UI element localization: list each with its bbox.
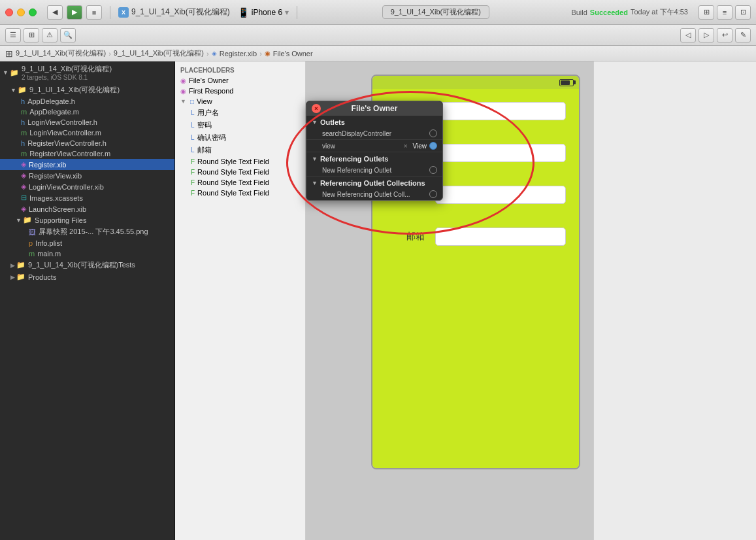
breadcrumb-part2[interactable]: 9_1_UI_14_Xib(可视化编程) <box>114 48 204 58</box>
minimize-button[interactable] <box>17 8 25 16</box>
sidebar-root[interactable]: ▼ 📁 9_1_UI_14_Xib(可视化编程) 2 targets, iOS … <box>0 61 174 84</box>
supporting-label: Supporting Files <box>35 216 87 224</box>
new-ref-outlet-circle[interactable] <box>429 166 437 174</box>
outline-textfield-3[interactable]: F Round Style Text Field <box>175 177 305 188</box>
tf-label-3: Round Style Text Field <box>197 178 269 186</box>
toolbar-btn-2[interactable]: ⊞ <box>24 28 39 42</box>
outline-confirm-password[interactable]: L 确认密码 <box>175 131 305 144</box>
outline-textfield-1[interactable]: F Round Style Text Field <box>175 156 305 167</box>
sidebar-tests[interactable]: ▶ 📁 9_1_UI_14_Xib(可视化编程)Tests <box>0 259 174 271</box>
toolbar-btn-6[interactable]: ▷ <box>698 28 714 42</box>
view-circle[interactable] <box>429 142 437 150</box>
maximize-button[interactable] <box>29 8 37 16</box>
sidebar-item-registerviewxib[interactable]: ◈ RegisterView.xib <box>0 170 174 181</box>
group-label: 9_1_UI_14_Xib(可视化编程) <box>29 85 120 95</box>
ref-collections-arrow: ▼ <box>312 180 318 186</box>
outline-textfield-4[interactable]: F Round Style Text Field <box>175 188 305 198</box>
popup-close-button[interactable]: × <box>312 104 321 113</box>
confirm-input[interactable] <box>435 186 566 204</box>
sidebar-item-launchxib[interactable]: ◈ LaunchScreen.xib <box>0 203 174 214</box>
label-cube-icon-3: L <box>191 134 195 141</box>
confirm-password-label: 确认密码 <box>197 133 226 143</box>
battery-fill <box>561 80 570 85</box>
supporting-folder-icon: 📁 <box>23 216 32 224</box>
sidebar-item-appdelegatem[interactable]: m AppDelegate.m <box>0 107 174 117</box>
toolbar-btn-7[interactable]: ↩ <box>717 28 732 42</box>
sidebar-item-loginvcm[interactable]: m LoginViewController.m <box>0 127 174 138</box>
label-appdelegateh: AppDelegate.h <box>27 97 75 105</box>
outline-first-responder[interactable]: ◉ First Respond <box>175 86 305 96</box>
username-input[interactable] <box>435 102 566 120</box>
sep-1: › <box>108 50 111 58</box>
toolbar-btn-4[interactable]: 🔍 <box>60 28 76 42</box>
ref-outlets-label: Referencing Outlets <box>320 155 389 163</box>
view-x-btn[interactable]: × <box>404 143 408 150</box>
placeholders-section: Placeholders <box>175 64 305 75</box>
sidebar-item-appdelegateh[interactable]: h AppDelegate.h <box>0 96 174 107</box>
battery-indicator <box>559 79 574 86</box>
sidebar-products[interactable]: ▶ 📁 Products <box>0 271 174 282</box>
toolbar-btn-8[interactable]: ✎ <box>735 28 751 42</box>
owner-icon: ◉ <box>265 50 271 57</box>
sidebar-item-registerxib[interactable]: ◈ Register.xib <box>0 159 174 170</box>
tf-icon-1: F <box>191 158 195 165</box>
outline-email[interactable]: L 邮箱 <box>175 144 305 156</box>
sidebar-group[interactable]: ▼ 📁 9_1_UI_14_Xib(可视化编程) <box>0 84 174 96</box>
owner-cube-icon: ◉ <box>180 77 186 84</box>
file-img-icon: ⊟ <box>21 194 27 202</box>
breadcrumb-part1[interactable]: 9_1_UI_14_Xib(可视化编程) <box>16 48 106 58</box>
outline-view[interactable]: ▼ □ View <box>175 96 305 107</box>
label-infoplist: Info.plist <box>35 239 62 247</box>
sidebar-item-images[interactable]: ⊟ Images.xcassets <box>0 192 174 203</box>
popup-panel: × File's Owner ▼ Outlets searchDisplayCo… <box>306 101 443 201</box>
new-ref-outlet-label: New Referencing Outlet <box>322 167 429 174</box>
breadcrumb-part4[interactable]: File's Owner <box>273 50 313 58</box>
main-layout: ▼ 📁 9_1_UI_14_Xib(可视化编程) 2 targets, iOS … <box>0 61 756 540</box>
device-selector[interactable]: 📱 iPhone 6 ▾ <box>238 7 289 18</box>
search-display-circle[interactable] <box>429 129 437 137</box>
sidebar-infoplist[interactable]: p Info.plist <box>0 238 174 248</box>
email-input[interactable] <box>435 228 566 246</box>
build-label: Build <box>571 8 587 16</box>
back-button[interactable]: ◀ <box>47 5 63 20</box>
build-result: Succeeded <box>590 8 628 16</box>
outline-username[interactable]: L 用户名 <box>175 107 305 119</box>
sidebar-supporting-files[interactable]: ▼ 📁 Supporting Files <box>0 214 174 226</box>
sidebar-mainm[interactable]: m main.m <box>0 248 174 259</box>
view-toggle-2[interactable]: ≡ <box>717 5 732 20</box>
toolbar-btn-3[interactable]: ⚠ <box>42 28 58 42</box>
label-appdelegatem: AppDelegate.m <box>29 108 79 116</box>
view-controls: ⊞ ≡ ⊡ <box>698 5 751 20</box>
label-cube-icon-2: L <box>191 122 195 129</box>
root-icon: 📁 <box>10 69 19 77</box>
tab1-label: 9_1_UI_14_Xib(可视化编程) <box>391 8 481 16</box>
view-value-text: View <box>413 143 427 150</box>
sep2 <box>297 6 297 19</box>
sidebar-item-registervch[interactable]: h RegisterViewController.h <box>0 138 174 148</box>
new-ref-coll-circle[interactable] <box>429 190 437 198</box>
password-input[interactable] <box>435 144 566 162</box>
view-toggle-1[interactable]: ⊞ <box>698 5 714 20</box>
outline-files-owner[interactable]: ◉ File's Owner <box>175 75 305 86</box>
active-tab[interactable]: 9_1_UI_14_Xib(可视化编程) <box>382 5 489 19</box>
sidebar-item-registervcm[interactable]: m RegisterViewController.m <box>0 148 174 159</box>
label-launchxib: LaunchScreen.xib <box>29 205 86 213</box>
close-button[interactable] <box>5 8 13 16</box>
responder-cube-icon: ◉ <box>180 88 186 95</box>
outline-password[interactable]: L 密码 <box>175 119 305 131</box>
project-selector[interactable]: X 9_1_UI_14_Xib(可视化编程) <box>118 7 230 18</box>
outline-textfield-2[interactable]: F Round Style Text Field <box>175 167 305 177</box>
breadcrumb-part3[interactable]: Register.xib <box>220 50 257 58</box>
stop-button[interactable]: ■ <box>86 5 102 20</box>
run-button[interactable]: ▶ <box>67 5 82 20</box>
sidebar-item-loginvcxib[interactable]: ◈ LoginViewController.xib <box>0 181 174 192</box>
toolbar-btn-5[interactable]: ◁ <box>680 28 696 42</box>
sidebar-item-loginvch[interactable]: h LoginViewController.h <box>0 117 174 127</box>
popup-header: × File's Owner <box>306 101 442 116</box>
sidebar-screenshot[interactable]: 🖼 屏幕快照 2015-... 下午3.45.55.png <box>0 226 174 238</box>
window-controls <box>5 8 37 16</box>
toolbar-btn-1[interactable]: ☰ <box>5 28 21 42</box>
titlebar: ◀ ▶ ■ X 9_1_UI_14_Xib(可视化编程) 📱 iPhone 6 … <box>0 0 756 25</box>
view-toggle-3[interactable]: ⊡ <box>735 5 751 20</box>
password-label: 密码 <box>197 120 212 130</box>
